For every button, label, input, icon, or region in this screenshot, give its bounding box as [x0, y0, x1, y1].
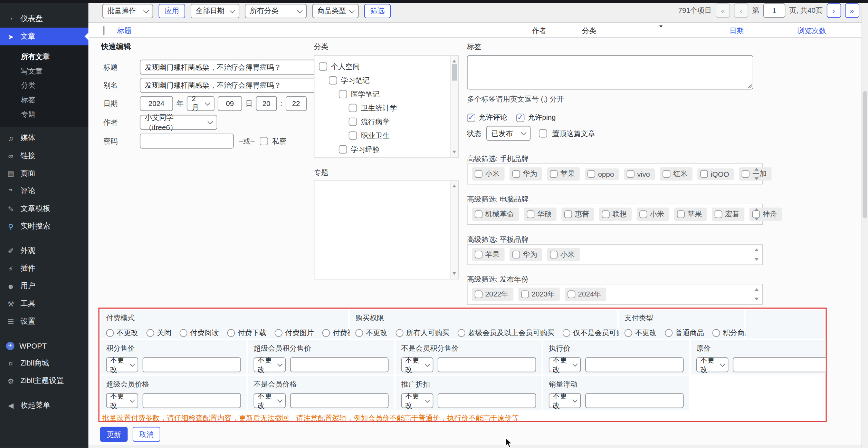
filter-option-pill[interactable]: 2023年	[518, 288, 560, 301]
current-page-input[interactable]	[763, 3, 785, 18]
scrollbar-thumb[interactable]	[452, 64, 457, 81]
filter-option-pill[interactable]: 2022年	[472, 288, 513, 301]
month-select[interactable]: 2月	[187, 96, 214, 111]
filter-option-pill[interactable]: 联想	[599, 208, 631, 221]
price-mode-select[interactable]: 不更改	[401, 357, 433, 372]
filter-option-checkbox[interactable]	[475, 211, 482, 218]
category-filter-select[interactable]: 所有分类	[245, 4, 307, 18]
sidebar-subitem[interactable]: 所有文章	[0, 50, 88, 64]
price-mode-select[interactable]: 不更改	[254, 357, 286, 372]
sidebar-item[interactable]: ▤ 页面	[0, 165, 88, 182]
radio-icon[interactable]	[146, 329, 154, 337]
author-select[interactable]: 小艾同学（ifree6）	[140, 115, 217, 130]
filter-option-pill[interactable]: 苹果	[547, 167, 580, 181]
filter-option-pill[interactable]: 红米	[660, 167, 692, 181]
category-checkbox[interactable]	[349, 132, 357, 140]
price-input[interactable]	[438, 357, 536, 372]
price-mode-select[interactable]: 不更改	[401, 393, 433, 408]
date-filter-select[interactable]: 全部日期	[191, 4, 239, 18]
sidebar-subitem[interactable]: 写文章	[0, 64, 88, 79]
sidebar-subitem[interactable]: 标签	[0, 93, 88, 107]
filter-option-pill[interactable]: 华硕	[524, 208, 556, 221]
filter-option-pill[interactable]: 苹果	[472, 248, 504, 261]
scroll-up-icon[interactable]	[452, 58, 456, 62]
private-checkbox[interactable]	[260, 137, 268, 145]
status-select[interactable]: 已发布	[486, 126, 531, 141]
prev-page-button[interactable]: ‹	[734, 3, 748, 18]
scroll-up-icon[interactable]	[754, 286, 759, 291]
filter-option-checkbox[interactable]	[512, 170, 520, 178]
price-mode-select[interactable]: 不更改	[106, 393, 138, 408]
sticky-checkbox[interactable]	[539, 129, 547, 137]
last-page-button[interactable]: »	[845, 3, 859, 18]
radio-icon[interactable]	[396, 329, 403, 337]
category-checkbox[interactable]	[339, 90, 347, 98]
radio-icon[interactable]	[275, 329, 282, 337]
first-page-button[interactable]: «	[716, 3, 730, 18]
sidebar-item[interactable]: ⚡ 插件	[0, 260, 88, 277]
category-checkbox[interactable]	[349, 104, 357, 112]
sidebar-item[interactable]: ✎ 文章模板	[0, 200, 88, 217]
radio-option[interactable]: 付费下载	[227, 328, 267, 338]
filter-option-checkbox[interactable]	[588, 170, 595, 178]
category-item[interactable]: 学习经验	[319, 143, 458, 156]
price-mode-select[interactable]: 不更改	[549, 393, 581, 408]
filter-option-pill[interactable]: vivo	[624, 168, 655, 180]
filter-option-checkbox[interactable]	[475, 251, 482, 258]
radio-option[interactable]: 所有人可购买	[396, 328, 449, 338]
cancel-button[interactable]: 取消	[133, 427, 160, 442]
filter-option-checkbox[interactable]	[602, 211, 609, 218]
filter-option-pill[interactable]: 惠普	[562, 208, 594, 221]
scroll-down-icon[interactable]	[754, 177, 759, 182]
radio-icon[interactable]	[563, 329, 570, 337]
radio-icon[interactable]	[322, 329, 330, 337]
sidebar-item-dashboard[interactable]: ◔ 仪表盘	[0, 10, 88, 28]
filter-option-checkbox[interactable]	[527, 211, 534, 218]
allow-comments-checkbox[interactable]	[467, 114, 475, 122]
price-input[interactable]	[585, 393, 684, 408]
price-mode-select[interactable]: 不更改	[696, 357, 728, 372]
scroll-down-icon[interactable]	[754, 298, 759, 302]
radio-option[interactable]: 超级会员及以上会员可购买	[458, 328, 554, 338]
price-input[interactable]	[290, 393, 389, 408]
radio-icon[interactable]	[458, 329, 465, 337]
filter-option-pill[interactable]: 华为	[509, 248, 542, 261]
radio-option[interactable]: 不更改	[106, 328, 138, 338]
tags-textarea[interactable]	[467, 55, 753, 89]
filter-option-checkbox[interactable]	[627, 170, 634, 178]
bulk-action-select[interactable]: 批量操作	[102, 4, 153, 18]
filter-option-pill[interactable]: 苹果	[674, 208, 707, 221]
price-input[interactable]	[733, 357, 827, 372]
sidebar-item-posts[interactable]: ➤ 文章	[0, 28, 88, 45]
column-views[interactable]: 浏览次数	[798, 26, 826, 36]
filter-option-checkbox[interactable]	[567, 291, 575, 298]
price-input[interactable]	[143, 393, 241, 408]
sidebar-item[interactable]: ☻ 用户	[0, 277, 88, 295]
price-input[interactable]	[438, 393, 536, 408]
radio-option[interactable]: 普通商品	[665, 328, 704, 338]
scroll-down-icon[interactable]	[452, 272, 456, 277]
minute-input[interactable]	[286, 96, 307, 111]
categories-scrollbar[interactable]	[450, 56, 458, 157]
allow-ping-toggle[interactable]: 允许ping	[516, 113, 556, 123]
filter-option-pill[interactable]: 小米	[472, 167, 504, 181]
page-scrollbar-thumb[interactable]	[862, 91, 867, 218]
hour-input[interactable]	[256, 96, 277, 111]
sidebar-item-collapse[interactable]: ◀ 收起菜单	[0, 397, 88, 414]
filter-option-checkbox[interactable]	[564, 211, 572, 218]
scroll-up-icon[interactable]	[754, 206, 759, 211]
update-button[interactable]: 更新	[100, 427, 128, 442]
radio-icon[interactable]	[227, 329, 235, 337]
filter-option-checkbox[interactable]	[550, 170, 557, 178]
topics-scrollbar[interactable]	[450, 181, 458, 279]
category-item[interactable]: 卫生统计学	[319, 101, 458, 115]
scroll-up-icon[interactable]	[452, 183, 456, 187]
scroll-down-icon[interactable]	[754, 217, 759, 222]
year-input[interactable]	[140, 96, 173, 111]
radio-option[interactable]: 不更改	[624, 328, 657, 338]
sidebar-item[interactable]: ¤ Zibll商城	[0, 354, 88, 372]
column-title[interactable]: 标题	[117, 26, 132, 36]
scroll-up-icon[interactable]	[754, 166, 759, 171]
category-item[interactable]: 流行病学	[319, 115, 458, 129]
filter-option-pill[interactable]: iQOO	[697, 168, 734, 180]
